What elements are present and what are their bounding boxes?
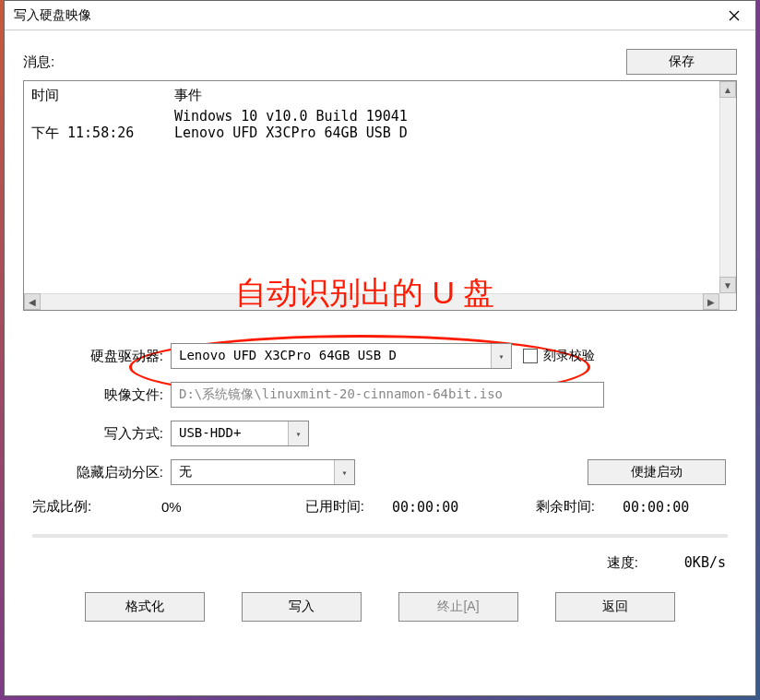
scroll-corner	[719, 293, 736, 310]
scroll-up-icon: ▲	[719, 81, 736, 98]
log-cell-time: 下午 11:58:26	[31, 125, 174, 142]
window-title: 写入硬盘映像	[14, 7, 91, 24]
write-mode-label: 写入方式:	[69, 425, 171, 443]
log-header: 时间 事件	[31, 87, 712, 104]
remaining-value: 00:00:00	[595, 499, 689, 516]
write-mode-value: USB-HDD+	[172, 421, 288, 445]
scroll-right-icon: ▶	[703, 293, 719, 310]
abort-button: 终止[A]	[398, 592, 518, 622]
done-ratio-label: 完成比例:	[32, 498, 125, 516]
content-area: 消息: 保存 时间 事件 Windows 10 v10.0 Build 1904…	[5, 30, 755, 695]
button-row: 格式化 写入 终止[A] 返回	[23, 592, 737, 622]
speed-value: 0KB/s	[684, 554, 726, 572]
scroll-down-icon: ▼	[719, 277, 736, 293]
speed-row: 速度: 0KB/s	[23, 538, 737, 572]
chevron-down-icon: ▾	[491, 344, 511, 368]
hidden-boot-value: 无	[172, 460, 334, 484]
write-mode-combo[interactable]: USB-HDD+ ▾	[171, 421, 309, 446]
hidden-boot-label: 隐藏启动分区:	[69, 464, 171, 481]
dialog-window: 写入硬盘映像 消息: 保存 时间 事件 Windows 10 v	[4, 0, 756, 696]
top-row: 消息: 保存	[23, 49, 737, 75]
close-icon	[729, 10, 740, 21]
scrollbar-vertical[interactable]: ▲ ▼	[719, 81, 736, 293]
drive-combo[interactable]: Lenovo UFD X3CPro 64GB USB D ▾	[171, 343, 512, 369]
elapsed-value: 00:00:00	[364, 499, 484, 516]
quick-boot-button[interactable]: 便捷启动	[588, 459, 726, 485]
log-header-event: 事件	[174, 87, 712, 104]
speed-label: 速度:	[607, 554, 638, 572]
log-box: 时间 事件 Windows 10 v10.0 Build 19041 下午 11…	[23, 80, 737, 311]
titlebar: 写入硬盘映像	[5, 1, 755, 30]
form-area: 硬盘驱动器: Lenovo UFD X3CPro 64GB USB D ▾ 刻录…	[23, 343, 737, 485]
row-write-mode: 写入方式: USB-HDD+ ▾	[69, 421, 726, 446]
status-row: 完成比例: 0% 已用时间: 00:00:00 剩余时间: 00:00:00	[23, 498, 737, 516]
verify-label: 刻录校验	[543, 348, 595, 364]
log-cell-event: Lenovo UFD X3CPro 64GB USB D	[174, 125, 712, 142]
image-file-input[interactable]: D:\系统镜像\linuxmint-20-cinnamon-64bit.iso	[171, 382, 604, 408]
log-cell-time	[31, 108, 174, 125]
row-image: 映像文件: D:\系统镜像\linuxmint-20-cinnamon-64bi…	[69, 382, 726, 408]
checkbox-box-icon	[523, 349, 538, 363]
write-button[interactable]: 写入	[242, 592, 362, 622]
drive-value: Lenovo UFD X3CPro 64GB USB D	[172, 344, 491, 368]
log-row: 下午 11:58:26 Lenovo UFD X3CPro 64GB USB D	[31, 125, 712, 142]
verify-checkbox[interactable]: 刻录校验	[523, 348, 595, 364]
close-button[interactable]	[713, 1, 755, 30]
done-ratio-value: 0%	[125, 499, 254, 515]
image-label: 映像文件:	[69, 386, 171, 404]
scroll-v-track	[719, 98, 736, 277]
hidden-boot-combo[interactable]: 无 ▾	[171, 459, 355, 485]
scroll-left-icon: ◀	[24, 293, 41, 310]
scrollbar-horizontal[interactable]: ◀ ▶	[24, 293, 719, 310]
save-button[interactable]: 保存	[626, 49, 737, 75]
log-cell-event: Windows 10 v10.0 Build 19041	[174, 108, 712, 125]
log-row: Windows 10 v10.0 Build 19041	[31, 108, 712, 125]
message-label: 消息:	[23, 53, 54, 71]
back-button[interactable]: 返回	[555, 592, 675, 622]
remaining-label: 剩余时间:	[484, 498, 595, 516]
log-inner: 时间 事件 Windows 10 v10.0 Build 19041 下午 11…	[24, 81, 719, 293]
log-header-time: 时间	[31, 87, 174, 104]
format-button[interactable]: 格式化	[85, 592, 205, 622]
drive-label: 硬盘驱动器:	[69, 348, 171, 365]
scroll-h-track	[41, 293, 703, 310]
row-drive: 硬盘驱动器: Lenovo UFD X3CPro 64GB USB D ▾ 刻录…	[69, 343, 726, 369]
chevron-down-icon: ▾	[288, 421, 308, 445]
row-hidden-boot: 隐藏启动分区: 无 ▾ 便捷启动	[69, 459, 726, 485]
chevron-down-icon: ▾	[334, 460, 354, 484]
elapsed-label: 已用时间:	[254, 498, 364, 516]
log-rows: Windows 10 v10.0 Build 19041 下午 11:58:26…	[31, 108, 712, 142]
